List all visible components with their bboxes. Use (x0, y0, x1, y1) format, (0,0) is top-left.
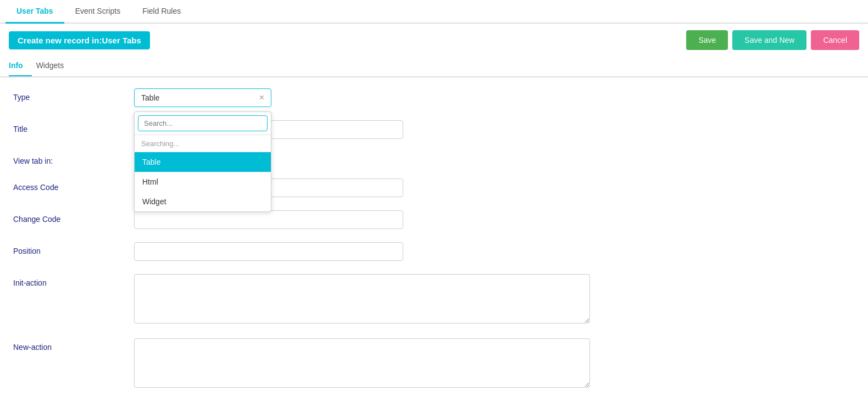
change-code-label: Change Code (13, 210, 134, 224)
save-button[interactable]: Save (686, 30, 728, 50)
inner-tabs: Info Widgets (0, 57, 868, 77)
type-dropdown-popup: Searching... Table Html Widget (134, 111, 271, 212)
change-code-input[interactable] (134, 210, 403, 229)
init-action-label: Init-action (13, 274, 134, 287)
nav-tab-event-scripts[interactable]: Event Scripts (64, 0, 131, 24)
access-code-label: Access Code (13, 179, 134, 192)
type-clear-button[interactable]: × (259, 93, 264, 102)
title-label: Title (13, 120, 134, 133)
position-control-wrap (134, 242, 855, 261)
type-label: Type (13, 88, 134, 102)
dropdown-option-widget[interactable]: Widget (135, 192, 271, 211)
nav-tab-field-rules[interactable]: Field Rules (131, 0, 192, 24)
view-tab-in-label: View tab in: (13, 152, 134, 165)
new-action-textarea[interactable] (134, 338, 590, 388)
dropdown-option-html[interactable]: Html (135, 172, 271, 192)
page-title: Create new record in:User Tabs (9, 31, 150, 49)
type-select-box[interactable]: Table × (134, 88, 271, 107)
save-and-new-button[interactable]: Save and New (732, 30, 806, 50)
type-control-wrap: Table × Searching... Table Html Widget (134, 88, 855, 107)
header-bar: Create new record in:User Tabs Save Save… (0, 24, 868, 57)
dropdown-searching-text: Searching... (135, 135, 271, 152)
change-code-control-wrap (134, 210, 855, 229)
form-row-type: Type Table × Searching... Table Html Wid… (13, 88, 855, 107)
dropdown-search-input[interactable] (138, 115, 268, 131)
new-action-label: New-action (13, 338, 134, 352)
dropdown-search-wrap (135, 112, 271, 135)
cancel-button[interactable]: Cancel (811, 30, 859, 50)
tab-info[interactable]: Info (9, 57, 32, 76)
position-input[interactable] (134, 242, 403, 261)
dropdown-option-table[interactable]: Table (135, 152, 271, 172)
form-row-init-action: Init-action (13, 274, 855, 325)
type-selected-value: Table (141, 93, 159, 102)
form-area: Type Table × Searching... Table Html Wid… (0, 88, 868, 389)
header-actions: Save Save and New Cancel (686, 30, 859, 50)
nav-tabs: User Tabs Event Scripts Field Rules (0, 0, 868, 24)
new-action-control-wrap (134, 338, 855, 389)
form-row-position: Position (13, 242, 855, 261)
tab-widgets[interactable]: Widgets (36, 57, 73, 76)
position-label: Position (13, 242, 134, 255)
init-action-textarea[interactable] (134, 274, 590, 324)
init-action-control-wrap (134, 274, 855, 325)
form-row-new-action: New-action (13, 338, 855, 389)
form-row-change-code: Change Code (13, 210, 855, 229)
nav-tab-user-tabs[interactable]: User Tabs (5, 0, 64, 24)
